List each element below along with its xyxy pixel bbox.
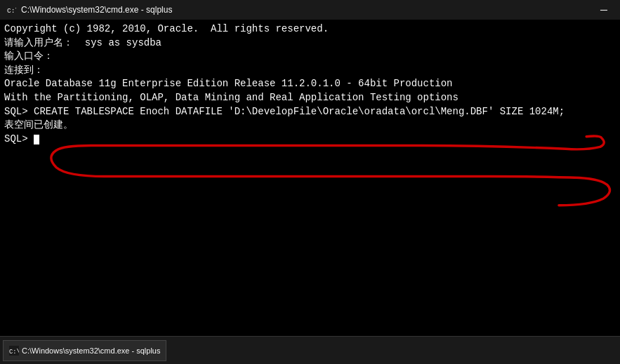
terminal-line-0: Copyright (c) 1982, 2010, Oracle. All ri… [4,22,616,36]
title-bar: C:\ C:\Windows\system32\cmd.exe - sqlplu… [0,0,620,20]
cursor [34,135,39,144]
terminal-line-9: SQL> CREATE TABLESPACE Enoch DATAFILE 'D… [4,105,616,119]
window-title: C:\Windows\system32\cmd.exe - sqlplus [21,5,614,15]
terminal-body[interactable]: Copyright (c) 1982, 2010, Oracle. All ri… [0,20,620,336]
taskbar-icon: C:\ [9,346,19,356]
cmd-icon: C:\ [6,4,17,15]
terminal-line-7: With the Partitioning, OLAP, Data Mining… [4,91,616,105]
prompt-text: SQL> [4,133,34,144]
terminal-line-5: 连接到： [4,64,616,78]
svg-text:C:\: C:\ [9,348,19,355]
terminal-line-13: SQL> [4,133,616,147]
terminal-line-2: 请输入用户名： sys as sysdba [4,36,616,50]
taskbar: C:\ C:\Windows\system32\cmd.exe - sqlplu… [0,336,620,364]
terminal-line-6: Oracle Database 11g Enterprise Edition R… [4,77,616,91]
minimize-button[interactable]: ─ [588,0,620,20]
terminal-line-11: 表空间已创建。 [4,119,616,133]
window: C:\ C:\Windows\system32\cmd.exe - sqlplu… [0,0,620,364]
terminal-line-3: 输入口令： [4,50,616,64]
svg-text:C:\: C:\ [7,7,16,15]
taskbar-item[interactable]: C:\ C:\Windows\system32\cmd.exe - sqlplu… [3,340,166,361]
taskbar-item-label: C:\Windows\system32\cmd.exe - sqlplus [22,346,160,355]
window-controls: ─ [588,0,620,20]
